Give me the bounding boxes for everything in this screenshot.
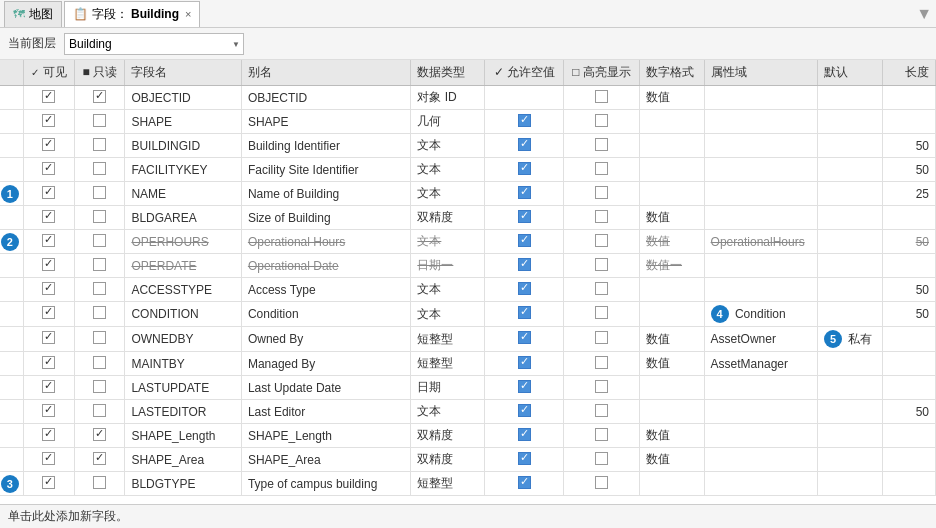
nullable-checkbox[interactable] bbox=[518, 452, 531, 465]
visible-checkbox[interactable] bbox=[42, 114, 55, 127]
readonly-checkbox[interactable] bbox=[93, 476, 106, 489]
nullable-checkbox-cell[interactable] bbox=[485, 448, 564, 472]
highlight-checkbox-empty[interactable] bbox=[595, 404, 608, 417]
readonly-checkbox[interactable] bbox=[93, 114, 106, 127]
visible-checkbox[interactable] bbox=[42, 162, 55, 175]
table-row[interactable]: SHAPE_AreaSHAPE_Area双精度数值 bbox=[0, 448, 936, 472]
readonly-checkbox[interactable] bbox=[93, 331, 106, 344]
expand-icon[interactable]: ▼ bbox=[916, 5, 932, 23]
readonly-checkbox-cell[interactable] bbox=[74, 327, 124, 352]
readonly-checkbox[interactable] bbox=[93, 162, 106, 175]
readonly-checkbox[interactable] bbox=[93, 404, 106, 417]
highlight-checkbox-cell[interactable] bbox=[564, 230, 640, 254]
highlight-checkbox-empty[interactable] bbox=[595, 162, 608, 175]
table-row[interactable]: OPERDATEOperational Date日期一数值一 bbox=[0, 254, 936, 278]
readonly-checkbox-cell[interactable] bbox=[74, 110, 124, 134]
highlight-checkbox-cell[interactable] bbox=[564, 158, 640, 182]
table-row[interactable]: LASTEDITORLast Editor文本50 bbox=[0, 400, 936, 424]
readonly-checkbox-cell[interactable] bbox=[74, 86, 124, 110]
readonly-checkbox[interactable] bbox=[93, 306, 106, 319]
nullable-checkbox-cell[interactable] bbox=[485, 86, 564, 110]
highlight-checkbox-empty[interactable] bbox=[595, 428, 608, 441]
readonly-checkbox-cell[interactable] bbox=[74, 254, 124, 278]
nullable-checkbox[interactable] bbox=[518, 356, 531, 369]
close-icon[interactable]: × bbox=[185, 8, 191, 20]
visible-checkbox[interactable] bbox=[42, 186, 55, 199]
nullable-checkbox-cell[interactable] bbox=[485, 230, 564, 254]
nullable-checkbox[interactable] bbox=[518, 114, 531, 127]
highlight-checkbox-cell[interactable] bbox=[564, 254, 640, 278]
nullable-checkbox[interactable] bbox=[518, 404, 531, 417]
table-row[interactable]: CONDITIONCondition文本4 Condition50 bbox=[0, 302, 936, 327]
visible-checkbox-cell[interactable] bbox=[23, 376, 74, 400]
highlight-checkbox-empty[interactable] bbox=[595, 210, 608, 223]
highlight-checkbox-cell[interactable] bbox=[564, 400, 640, 424]
nullable-checkbox[interactable] bbox=[518, 258, 531, 271]
nullable-checkbox-cell[interactable] bbox=[485, 352, 564, 376]
highlight-checkbox-empty[interactable] bbox=[595, 282, 608, 295]
highlight-checkbox-cell[interactable] bbox=[564, 110, 640, 134]
table-row[interactable]: BLDGAREASize of Building双精度数值 bbox=[0, 206, 936, 230]
readonly-checkbox[interactable] bbox=[93, 428, 106, 441]
table-row[interactable]: LASTUPDATELast Update Date日期 bbox=[0, 376, 936, 400]
readonly-checkbox-cell[interactable] bbox=[74, 158, 124, 182]
highlight-checkbox-empty[interactable] bbox=[595, 186, 608, 199]
highlight-checkbox-empty[interactable] bbox=[595, 380, 608, 393]
visible-checkbox-cell[interactable] bbox=[23, 86, 74, 110]
nullable-checkbox-cell[interactable] bbox=[485, 424, 564, 448]
highlight-checkbox-empty[interactable] bbox=[595, 331, 608, 344]
visible-checkbox-cell[interactable] bbox=[23, 254, 74, 278]
table-row[interactable]: 3BLDGTYPEType of campus building短整型 bbox=[0, 472, 936, 496]
readonly-checkbox-cell[interactable] bbox=[74, 134, 124, 158]
visible-checkbox-cell[interactable] bbox=[23, 352, 74, 376]
readonly-checkbox[interactable] bbox=[93, 356, 106, 369]
fields-tab[interactable]: 📋 字段： Building × bbox=[64, 1, 200, 27]
highlight-checkbox-cell[interactable] bbox=[564, 302, 640, 327]
highlight-checkbox-empty[interactable] bbox=[595, 138, 608, 151]
table-row[interactable]: FACILITYKEYFacility Site Identifier文本50 bbox=[0, 158, 936, 182]
visible-checkbox-cell[interactable] bbox=[23, 182, 74, 206]
visible-checkbox-cell[interactable] bbox=[23, 158, 74, 182]
status-bar[interactable]: 单击此处添加新字段。 bbox=[0, 504, 936, 528]
readonly-checkbox-cell[interactable] bbox=[74, 352, 124, 376]
readonly-checkbox[interactable] bbox=[93, 282, 106, 295]
visible-checkbox[interactable] bbox=[42, 282, 55, 295]
visible-checkbox-cell[interactable] bbox=[23, 400, 74, 424]
readonly-checkbox[interactable] bbox=[93, 90, 106, 103]
readonly-checkbox-cell[interactable] bbox=[74, 472, 124, 496]
visible-checkbox-cell[interactable] bbox=[23, 110, 74, 134]
readonly-checkbox-cell[interactable] bbox=[74, 302, 124, 327]
highlight-checkbox-cell[interactable] bbox=[564, 448, 640, 472]
nullable-checkbox[interactable] bbox=[518, 428, 531, 441]
visible-checkbox-cell[interactable] bbox=[23, 206, 74, 230]
visible-checkbox-cell[interactable] bbox=[23, 302, 74, 327]
table-row[interactable]: 1NAMEName of Building文本25 bbox=[0, 182, 936, 206]
readonly-checkbox-cell[interactable] bbox=[74, 448, 124, 472]
readonly-checkbox[interactable] bbox=[93, 452, 106, 465]
highlight-checkbox-empty[interactable] bbox=[595, 234, 608, 247]
table-row[interactable]: OWNEDBYOwned By短整型数值AssetOwner5 私有 bbox=[0, 327, 936, 352]
nullable-checkbox[interactable] bbox=[518, 234, 531, 247]
visible-checkbox[interactable] bbox=[42, 476, 55, 489]
nullable-checkbox-cell[interactable] bbox=[485, 472, 564, 496]
visible-checkbox-cell[interactable] bbox=[23, 472, 74, 496]
table-row[interactable]: 2OPERHOURSOperational Hours文本数值Operation… bbox=[0, 230, 936, 254]
visible-checkbox-cell[interactable] bbox=[23, 278, 74, 302]
readonly-checkbox[interactable] bbox=[93, 138, 106, 151]
visible-checkbox[interactable] bbox=[42, 380, 55, 393]
visible-checkbox[interactable] bbox=[42, 306, 55, 319]
visible-checkbox[interactable] bbox=[42, 331, 55, 344]
highlight-checkbox-empty[interactable] bbox=[595, 306, 608, 319]
highlight-checkbox-empty[interactable] bbox=[595, 476, 608, 489]
visible-checkbox[interactable] bbox=[42, 356, 55, 369]
nullable-checkbox-cell[interactable] bbox=[485, 327, 564, 352]
nullable-checkbox[interactable] bbox=[518, 380, 531, 393]
nullable-checkbox-cell[interactable] bbox=[485, 134, 564, 158]
nullable-checkbox-cell[interactable] bbox=[485, 254, 564, 278]
visible-checkbox-cell[interactable] bbox=[23, 327, 74, 352]
highlight-checkbox-cell[interactable] bbox=[564, 86, 640, 110]
visible-checkbox[interactable] bbox=[42, 90, 55, 103]
visible-checkbox[interactable] bbox=[42, 428, 55, 441]
visible-checkbox-cell[interactable] bbox=[23, 424, 74, 448]
visible-checkbox[interactable] bbox=[42, 258, 55, 271]
